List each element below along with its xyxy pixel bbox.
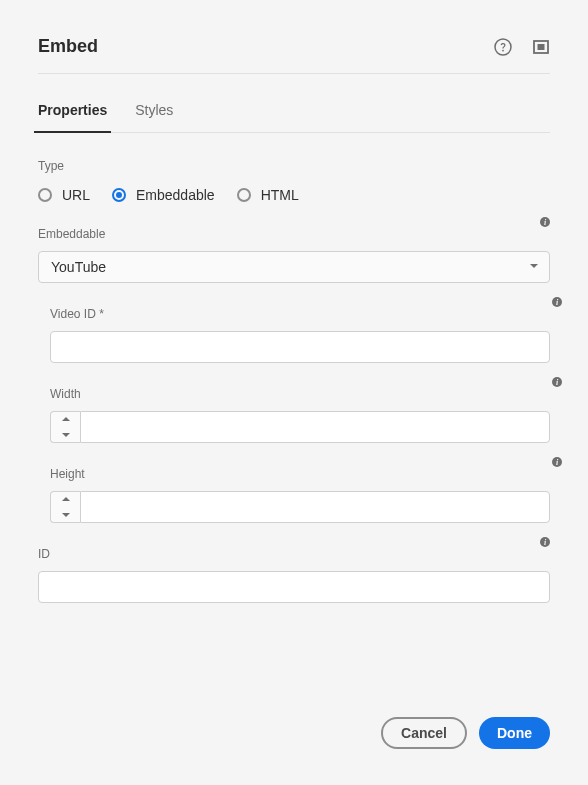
info-icon[interactable]: i — [552, 373, 562, 383]
height-stepper-buttons — [50, 491, 80, 523]
type-label: Type — [38, 159, 550, 173]
tab-bar: Properties Styles — [38, 92, 550, 133]
embeddable-label: Embeddable — [38, 227, 105, 241]
width-input[interactable] — [80, 411, 550, 443]
video-id-input[interactable] — [50, 331, 550, 363]
radio-url[interactable]: URL — [38, 187, 90, 203]
svg-rect-2 — [538, 44, 545, 50]
height-step-down[interactable] — [51, 507, 80, 522]
info-icon[interactable]: i — [540, 213, 550, 223]
info-icon[interactable]: i — [540, 533, 550, 543]
type-radio-group: URL Embeddable HTML — [38, 187, 550, 203]
radio-embeddable-label: Embeddable — [136, 187, 215, 203]
done-button[interactable]: Done — [479, 717, 550, 749]
id-input[interactable] — [38, 571, 550, 603]
height-input[interactable] — [80, 491, 550, 523]
cancel-button[interactable]: Cancel — [381, 717, 467, 749]
height-step-up[interactable] — [51, 492, 80, 507]
help-icon[interactable] — [494, 38, 512, 56]
width-label: Width — [50, 387, 81, 401]
width-stepper-buttons — [50, 411, 80, 443]
radio-url-label: URL — [62, 187, 90, 203]
height-label: Height — [50, 467, 85, 481]
video-id-label: Video ID * — [50, 307, 104, 321]
info-icon[interactable]: i — [552, 293, 562, 303]
dialog-title: Embed — [38, 36, 98, 57]
embeddable-select[interactable]: YouTube — [38, 251, 550, 283]
id-label: ID — [38, 547, 50, 561]
tab-properties[interactable]: Properties — [38, 92, 107, 132]
width-step-down[interactable] — [51, 427, 80, 442]
fullscreen-icon[interactable] — [532, 38, 550, 56]
tab-styles[interactable]: Styles — [135, 92, 173, 132]
info-icon[interactable]: i — [552, 453, 562, 463]
radio-embeddable[interactable]: Embeddable — [112, 187, 215, 203]
width-step-up[interactable] — [51, 412, 80, 427]
radio-html-label: HTML — [261, 187, 299, 203]
radio-html[interactable]: HTML — [237, 187, 299, 203]
